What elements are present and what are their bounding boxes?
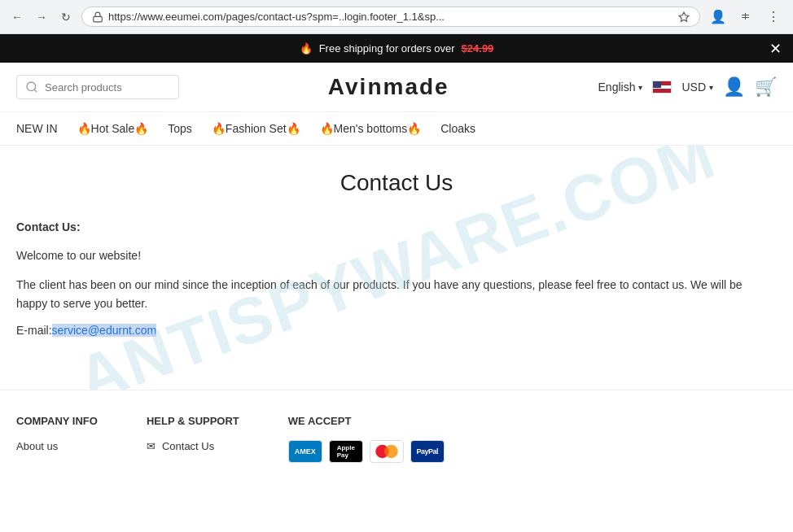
nav-item-tops[interactable]: Tops [168, 122, 192, 135]
svg-line-3 [34, 89, 37, 92]
forward-button[interactable]: → [33, 8, 50, 26]
profile-button[interactable]: 👤 [707, 6, 729, 28]
svg-marker-1 [679, 12, 689, 21]
extensions-button[interactable]: ⧧ [734, 6, 757, 28]
payment-col: We accept AMEX ApplePay PayPal [288, 415, 445, 463]
star-icon[interactable] [678, 11, 690, 23]
mastercard-icon [370, 440, 404, 463]
help-support-title: HELP & SUPPORT [147, 415, 239, 427]
footer-columns: COMPANY INFO About us HELP & SUPPORT ✉ C… [16, 415, 777, 463]
contact-section-title: Contact Us: [16, 220, 749, 233]
main-content: ANTISPYWARE.COM Contact Us Contact Us: W… [0, 146, 793, 390]
contact-body: The client has been on our mind since th… [16, 276, 749, 312]
email-link[interactable]: service@edurnt.com [52, 324, 157, 337]
contact-email-line: E-mail:service@edurnt.com [16, 324, 749, 337]
email-label: E-mail: [16, 324, 52, 337]
site-header: Avinmade English ▾ USD ▾ 👤 🛒 [0, 63, 793, 112]
contact-us-label: Contact Us [162, 440, 214, 452]
promo-amount: $24.99 [462, 42, 494, 55]
cart-icon[interactable]: 🛒 [755, 76, 777, 98]
site-footer: COMPANY INFO About us HELP & SUPPORT ✉ C… [0, 390, 793, 479]
promo-icon: 🔥 [300, 42, 313, 55]
site-nav: NEW IN 🔥Hot Sale🔥 Tops 🔥Fashion Set🔥 🔥Me… [0, 112, 793, 146]
currency-label: USD [681, 81, 706, 94]
browser-chrome: ← → ↻ https://www.eeumei.com/pages/conta… [0, 0, 793, 34]
nav-item-fashion-set[interactable]: 🔥Fashion Set🔥 [212, 122, 300, 135]
contact-content: Contact Us: Welcome to our website! The … [16, 220, 749, 337]
about-us-label: About us [16, 440, 58, 452]
search-box[interactable] [16, 75, 179, 99]
currency-selector[interactable]: USD ▾ [681, 81, 713, 94]
contact-welcome: Welcome to our website! [16, 246, 749, 264]
applepay-icon: ApplePay [329, 440, 363, 463]
language-chevron: ▾ [638, 83, 642, 92]
promo-text-prefix: Free shipping for orders over [319, 42, 455, 55]
flag-icon [652, 81, 672, 94]
promo-banner: 🔥 Free shipping for orders over $24.99 ✕ [0, 34, 793, 63]
back-button[interactable]: ← [8, 8, 26, 26]
page-title: Contact Us [16, 170, 777, 196]
url-text: https://www.eeumei.com/pages/contact-us?… [108, 11, 673, 23]
help-support-col: HELP & SUPPORT ✉ Contact Us [147, 415, 239, 463]
nav-item-new-in[interactable]: NEW IN [16, 122, 58, 135]
search-icon [25, 81, 38, 94]
reload-button[interactable]: ↻ [57, 8, 75, 26]
amex-icon: AMEX [288, 440, 322, 463]
payment-icons: AMEX ApplePay PayPal [288, 440, 445, 463]
language-selector[interactable]: English ▾ [598, 81, 643, 94]
promo-close-button[interactable]: ✕ [769, 40, 782, 58]
site-logo: Avinmade [192, 74, 585, 100]
language-label: English [598, 81, 636, 94]
account-icon[interactable]: 👤 [723, 76, 745, 98]
currency-chevron: ▾ [709, 83, 713, 92]
header-right: English ▾ USD ▾ 👤 🛒 [598, 76, 777, 98]
company-info-col: COMPANY INFO About us [16, 415, 98, 463]
search-input[interactable] [45, 81, 159, 94]
contact-us-link[interactable]: ✉ Contact Us [147, 440, 239, 452]
browser-actions: 👤 ⧧ ⋮ [707, 6, 785, 28]
nav-item-hot-sale[interactable]: 🔥Hot Sale🔥 [77, 122, 149, 135]
company-info-title: COMPANY INFO [16, 415, 98, 427]
about-us-link[interactable]: About us [16, 440, 98, 452]
envelope-icon: ✉ [147, 440, 156, 452]
payment-title: We accept [288, 415, 445, 427]
address-bar[interactable]: https://www.eeumei.com/pages/contact-us?… [81, 7, 700, 27]
svg-rect-0 [94, 16, 103, 21]
svg-point-2 [27, 82, 36, 91]
paypal-icon: PayPal [410, 440, 445, 463]
nav-item-cloaks[interactable]: Cloaks [440, 122, 475, 135]
lock-icon [92, 11, 103, 23]
nav-item-mens-bottoms[interactable]: 🔥Men's bottoms🔥 [320, 122, 422, 135]
menu-button[interactable]: ⋮ [762, 6, 785, 28]
